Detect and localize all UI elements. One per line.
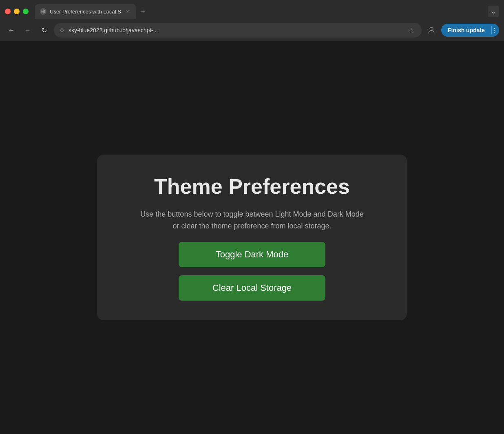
finish-update-more-button[interactable]: ⋮: [492, 27, 497, 33]
browser-chrome: User Preferences with Local S × + ⌄ ← → …: [0, 0, 504, 41]
finish-update-button[interactable]: Finish update: [441, 24, 491, 37]
finish-update-wrapper: Finish update ⋮: [441, 24, 499, 37]
card-description: Use the buttons below to toggle between …: [138, 208, 366, 232]
address-bar[interactable]: sky-blue2022.github.io/javascript-... ☆: [54, 23, 422, 38]
site-settings-icon: [59, 27, 65, 33]
forward-button[interactable]: →: [21, 24, 34, 37]
svg-point-3: [61, 29, 63, 31]
reload-button[interactable]: ↻: [38, 24, 51, 37]
back-button[interactable]: ←: [5, 24, 18, 37]
tab-close-button[interactable]: ×: [124, 8, 131, 15]
page-content: Theme Preferences Use the buttons below …: [0, 41, 504, 434]
preferences-card: Theme Preferences Use the buttons below …: [97, 155, 407, 320]
tab-bar: User Preferences with Local S × + ⌄: [0, 0, 504, 20]
address-text: sky-blue2022.github.io/javascript-...: [69, 27, 402, 33]
window-maximize-button[interactable]: [23, 9, 29, 14]
card-title: Theme Preferences: [154, 174, 350, 199]
toggle-dark-mode-button[interactable]: Toggle Dark Mode: [179, 242, 325, 267]
more-icon: ⋮: [492, 27, 497, 33]
bookmark-button[interactable]: ☆: [405, 24, 417, 36]
tab-favicon: [40, 8, 46, 15]
window-close-button[interactable]: [5, 9, 11, 14]
window-minimize-button[interactable]: [14, 9, 20, 14]
buttons-container: Toggle Dark Mode Clear Local Storage: [122, 242, 382, 301]
new-tab-button[interactable]: +: [137, 6, 149, 17]
clear-local-storage-button[interactable]: Clear Local Storage: [179, 275, 325, 301]
tab-bar-right: ⌄: [488, 6, 499, 17]
tab-list-chevron-button[interactable]: ⌄: [488, 6, 499, 17]
finish-update-label: Finish update: [448, 27, 485, 33]
active-tab[interactable]: User Preferences with Local S ×: [35, 4, 136, 19]
profile-button[interactable]: [425, 24, 438, 37]
svg-point-8: [430, 27, 433, 31]
nav-bar: ← → ↻ sky-blue2022.github.io/javascript-…: [0, 20, 504, 41]
window-controls: [5, 9, 29, 14]
tab-title: User Preferences with Local S: [50, 9, 121, 15]
